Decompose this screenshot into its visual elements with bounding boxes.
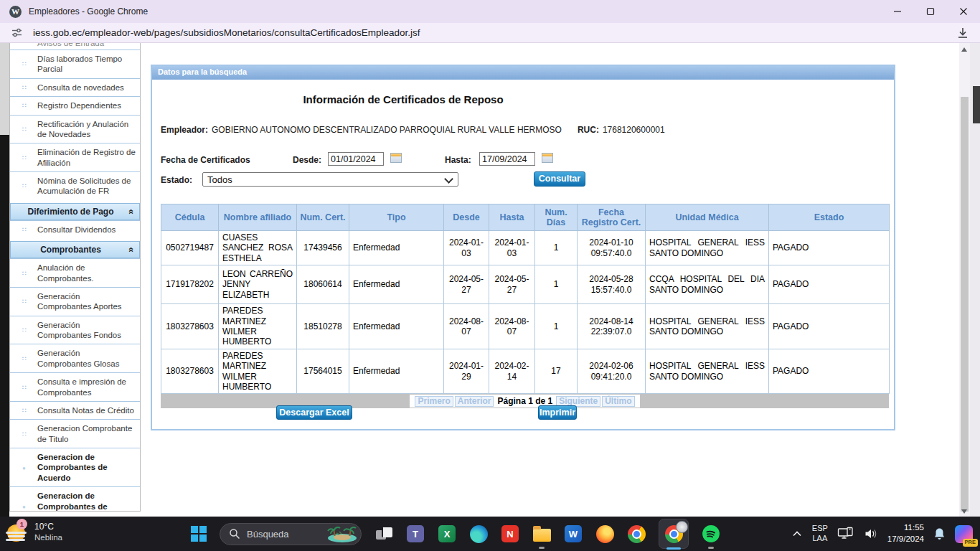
minimize-icon (893, 7, 902, 16)
excel-app-button[interactable] (438, 524, 456, 543)
drag-dots-icon (22, 406, 24, 415)
desde-input[interactable] (328, 152, 384, 166)
estado-select[interactable]: Todos (202, 172, 458, 187)
language-indicator[interactable]: ESP LAA (812, 524, 828, 544)
tray-time: 11:55 (887, 522, 924, 534)
spotify-app-button[interactable] (702, 524, 720, 543)
sidebar-section-comprobantes[interactable]: Comprobantes « (10, 241, 140, 258)
sidebar-section-diferimiento[interactable]: Diferimiento de Pago « (10, 203, 140, 220)
cell-nombre: PAREDES MARTINEZ WILMER HUMBERTO (219, 349, 297, 394)
sidebar-item[interactable]: Generacion de Comprobantes de Convenios (10, 486, 140, 512)
sidebar-item-avisos-entrada[interactable]: Avisos de Entrada (10, 43, 140, 50)
drag-dots-icon (22, 60, 24, 69)
pager-anterior[interactable]: Anterior (455, 396, 494, 407)
volume-button[interactable] (864, 527, 878, 540)
tune-icon (11, 27, 23, 39)
sidebar-item[interactable]: Generacion Comprobante de Titulo (10, 419, 140, 448)
close-button[interactable] (947, 0, 980, 23)
sidebar-item[interactable]: Consulta Notas de Crédito (10, 401, 140, 419)
cell-num-cert: 17564015 (297, 349, 349, 394)
cell-nombre: PAREDES MARTINEZ WILMER HUMBERTO (219, 304, 297, 349)
sidebar-menu: Avisos de Entrada Días laborados Tiempo … (9, 43, 141, 512)
cell-nombre: LEON CARREÑO JENNY ELIZABETH (219, 265, 297, 304)
edge-app-button[interactable] (469, 524, 488, 543)
pager-primero[interactable]: Primero (415, 396, 453, 407)
chevron-up-icon (791, 530, 803, 537)
window-titlebar: W Empleadores - Google Chrome (0, 0, 980, 23)
taskbar-search-box[interactable]: Búsqueda (220, 523, 362, 545)
sidebar-item[interactable]: Días laborados Tiempo Parcial (10, 50, 140, 78)
teams-icon (407, 525, 424, 542)
sidebar-item[interactable]: Generacion de Comprobantes de Acuerdo (10, 448, 140, 486)
minimize-button[interactable] (881, 0, 914, 23)
maximize-icon (926, 7, 935, 16)
drag-dots-icon (22, 297, 24, 306)
address-bar[interactable]: iess.gob.ec/empleador-web/pages/subsidio… (33, 27, 420, 38)
task-view-button[interactable] (374, 524, 393, 543)
maximize-button[interactable] (914, 0, 947, 23)
column-header: Fecha Registro Cert. (578, 204, 646, 231)
window-controls (881, 0, 980, 23)
sidebar-item[interactable]: Consultar Dividendos (10, 220, 140, 238)
imprimir-button[interactable]: Imprimir (538, 405, 577, 420)
tray-date: 17/9/2024 (887, 534, 924, 545)
weather-condition: Neblina (34, 532, 62, 543)
search-icon (229, 528, 240, 540)
close-icon (959, 7, 968, 16)
chrome-active-app-button[interactable] (659, 519, 689, 549)
running-indicator (539, 547, 545, 549)
sidebar-item[interactable]: Consulta de novedades (10, 78, 140, 96)
cell-cedula: 1803278603 (161, 349, 219, 394)
clock-widget[interactable]: 11:55 17/9/2024 (887, 522, 924, 545)
word-app-button[interactable] (564, 524, 583, 543)
left-edge-dark-strip (0, 135, 9, 517)
sidebar-item[interactable]: Rectificación y Anulación de Novedades (10, 115, 140, 143)
firefox-app-button[interactable] (595, 524, 614, 543)
calendar-hasta-icon[interactable] (542, 153, 553, 163)
cell-desde: 2024-08-07 (444, 304, 489, 349)
sidebar-item[interactable]: Anulación de Comprobantes. (10, 258, 140, 287)
network-devices-icon (837, 527, 854, 541)
descargar-excel-button[interactable]: Descargar Excel (276, 405, 352, 420)
consultar-button[interactable]: Consultar (534, 171, 585, 187)
site-settings-button[interactable] (11, 27, 23, 39)
start-button[interactable] (191, 526, 207, 542)
search-placeholder: Búsqueda (247, 529, 326, 540)
table-body: 0502719487 CUASES SANCHEZ ROSA ESTHELA 1… (161, 231, 890, 394)
calendar-desde-icon[interactable] (390, 153, 402, 163)
copilot-button[interactable]: PRE (955, 525, 973, 543)
sidebar-item[interactable]: Generación Comprobantes Fondos (10, 316, 140, 344)
sidebar-item-label: Generación Comprobantes Glosas (37, 349, 119, 367)
network-button[interactable] (837, 527, 854, 541)
scroll-up-arrow[interactable] (961, 47, 967, 52)
sidebar-item[interactable]: Registro Dependientes (10, 96, 140, 114)
downloads-button[interactable] (956, 26, 970, 40)
cell-cedula: 0502719487 (161, 231, 219, 265)
drag-dots-icon (22, 83, 24, 93)
hasta-input[interactable] (479, 152, 535, 166)
teams-app-button[interactable] (406, 524, 425, 543)
cell-tipo: Enfermedad (349, 304, 444, 349)
column-header: Nombre afiliado (219, 204, 297, 231)
sidebar-item[interactable]: Generación Comprobantes Aportes (10, 287, 140, 316)
sidebar-item[interactable]: Eliminación de Registro de Afiliación (10, 143, 140, 171)
weather-widget[interactable]: 1 10°C Neblina (6, 521, 62, 544)
section-title: Comprobantes (40, 245, 101, 255)
chrome-icon (628, 525, 646, 543)
pdf-app-button[interactable] (501, 524, 519, 543)
vertical-scrollbar (959, 43, 970, 517)
scroll-down-arrow[interactable] (961, 509, 967, 514)
spotify-icon (702, 524, 720, 543)
chrome-app-button[interactable] (627, 524, 646, 543)
file-explorer-button[interactable] (532, 524, 551, 543)
sidebar-item[interactable]: Nómina de Solicitudes de Acumulación de … (10, 171, 140, 200)
edge-icon (470, 525, 488, 543)
sidebar-item[interactable]: Consulta e impresión de Comprobantes (10, 372, 140, 401)
notifications-button[interactable] (933, 527, 946, 541)
sidebar-item[interactable]: Generación Comprobantes Glosas (10, 344, 140, 372)
tray-overflow-button[interactable] (791, 530, 803, 537)
scrollbar-thumb[interactable] (961, 97, 969, 512)
download-icon (956, 26, 970, 40)
pager-ultimo[interactable]: Último (602, 396, 634, 407)
section-title: Diferimiento de Pago (27, 207, 113, 217)
